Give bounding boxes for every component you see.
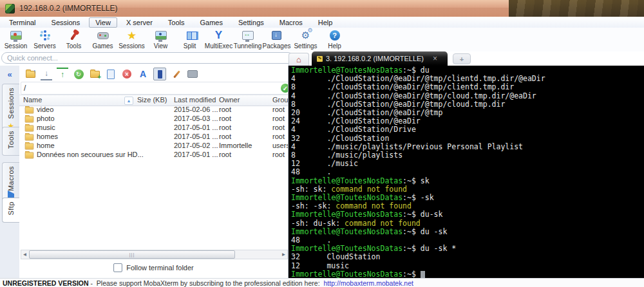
column-header-name[interactable]: Name [23,96,42,104]
table-row[interactable]: music2017-05-01 ...rootroot [19,124,288,133]
terminal-tab-bar: ⌂ 3. 192.168.0.2 (IMMORTELLE) × + [289,51,644,66]
sessions-star-icon: ★ [126,29,138,42]
file-group: root [272,133,285,140]
folder-icon [25,144,34,150]
menu-games[interactable]: Games [194,17,229,28]
toolbar-session-button[interactable]: Session [1,28,30,50]
mobatek-link[interactable]: http://mobaxterm.mobatek.net [323,279,413,287]
split-icon [184,29,196,42]
scroll-right-icon[interactable]: ► [280,251,287,258]
toolbar-label: Settings [294,42,317,50]
menu-macros[interactable]: Macros [273,17,309,28]
terminal-text: 8 ./CloudStation/@eaDir/@tmp/cloud.tmp.d… [291,100,505,109]
toolbar-label: Tools [66,42,81,50]
file-name: photo [37,115,55,122]
table-row[interactable]: Données non secourues sur HD...2017-05-0… [19,151,288,160]
menu-terminal[interactable]: Terminal [3,17,43,28]
tunneling-icon [242,29,254,42]
menu-settings[interactable]: Settings [232,17,270,28]
folder-icon [25,107,34,114]
terminal-tab-icon [317,56,323,62]
terminal-text: :~$ du-sk [402,210,442,219]
connect-and-tabs-row: ⌂ 3. 192.168.0.2 (IMMORTELLE) × + [0,51,644,66]
new-tab-button[interactable]: + [453,53,471,64]
hidden-files-toggle-icon[interactable] [153,68,166,80]
download-icon[interactable]: ↓ [41,68,52,80]
terminal-text: :~$ [402,270,421,278]
follow-terminal-checkbox[interactable] [113,263,122,272]
toolbar-games-button[interactable]: Games [88,28,117,50]
terminal-line: 12 ./music [291,160,644,168]
terminal-text: 4 ./CloudStation/@eaDir/@tmp/cloud.tmp.d… [291,91,536,100]
table-row[interactable]: video2015-02-06 ...rootroot [19,106,288,115]
delete-icon[interactable]: × [121,68,133,80]
table-row[interactable]: homes2017-05-01 ...rootroot [19,133,288,142]
terminal-text: 24 ./CloudStation/@eaDir [291,116,421,125]
rename-icon[interactable]: A [137,68,149,80]
toolbar-tunneling-button[interactable]: Tunneling [233,28,262,50]
help-icon: ? [328,29,341,42]
edit-icon[interactable] [171,68,182,80]
menu-sessions[interactable]: Sessions [45,17,87,28]
sidebar-tab-sessions[interactable]: Sessions★ [2,84,19,134]
toolbar-split-button[interactable]: Split [175,28,204,50]
tab-close-icon[interactable]: × [433,55,437,62]
toolbar-sessions-button[interactable]: ★Sessions [117,28,146,50]
sidebar-tab-tools[interactable]: Tools [2,127,19,156]
toolbar-packages-button[interactable]: Packages [262,28,291,50]
sftp-path-bar[interactable]: / ✓ [21,82,293,95]
toolbar-multiexec-button[interactable]: YMultiExec [204,28,233,50]
terminal-text: 8 ./music/playlists [291,151,402,160]
menu-help[interactable]: Help [312,17,339,28]
terminal-tab-label: 3. 192.168.0.2 (IMMORTELLE) [326,55,424,62]
file-group: users [272,142,290,149]
scrollbar-thumb[interactable]: ||| [29,250,235,259]
new-folder-icon[interactable]: + [89,68,100,80]
sftp-toolbar: ↑↓↑↻+×A [19,67,293,81]
menu-x-server[interactable]: X server [120,17,159,28]
sftp-panel: ↑↓↑↻+×A / ✓ Name ▲ Size (KB) Last modifi… [19,66,288,278]
collapse-sidebar-button[interactable]: « [0,69,19,79]
terminal-text: 20 ./CloudStation/@eaDir/@tmp [291,108,442,117]
column-header-modified[interactable]: Last modified [174,96,216,104]
toolbar-settings-button[interactable]: ⚙Settings [291,28,320,50]
refresh-icon[interactable]: ↻ [73,68,84,80]
quick-connect-input[interactable] [1,52,294,64]
sort-ascending-icon[interactable]: ▲ [124,97,133,105]
terminal-text: 12 music [291,261,349,270]
terminal-text: 4 ./CloudStation/Drive [291,125,416,134]
terminal-output[interactable]: Immortelle@ToutesNosDatas:~$ du4 ./Cloud… [289,66,644,278]
parent-folder-icon[interactable]: ↑ [24,68,36,80]
horizontal-scrollbar[interactable]: ◄ ||| ► [21,250,288,259]
terminal-text: :~$ du -sk [402,227,447,236]
upload-icon[interactable]: ↑ [57,68,68,80]
menu-tools[interactable]: Tools [162,17,191,28]
sidebar-tab-sftp[interactable]: Sftp [2,198,19,223]
toolbar-label: MultiExec [205,42,232,50]
column-header-owner[interactable]: Owner [219,96,240,104]
toolbar-help-button[interactable]: ?Help [320,28,349,50]
sftp-current-path[interactable]: / [24,84,281,93]
terminal-line: Immortelle@ToutesNosDatas:~$ [291,270,644,278]
terminal-text: Immortelle@ToutesNosDatas [291,66,402,75]
file-name: video [37,106,53,113]
toolbar-tools-button[interactable]: Tools [59,28,88,50]
terminal-text: 4 ./CloudStation/@eaDir/@tmp/clientd.tmp… [291,74,545,83]
table-row[interactable]: home2017-05-02 ...Immortelleusers [19,142,288,151]
scroll-left-icon[interactable]: ◄ [21,251,28,258]
terminal-text: 12 ./music [291,159,358,168]
table-row[interactable]: photo2017-05-03 ...rootroot [19,115,288,124]
toolbar-servers-button[interactable]: Servers [30,28,59,50]
toolbar-view-button[interactable]: View [146,28,175,50]
menu-view[interactable]: View [89,17,117,28]
home-tab[interactable]: ⌂ [289,53,309,66]
active-terminal-tab[interactable]: 3. 192.168.0.2 (IMMORTELLE) × [312,51,448,66]
terminal-sync-icon[interactable] [187,68,198,80]
tools-icon [68,29,80,42]
window-titlebar[interactable]: 192.168.0.2 (IMMORTELLE) [0,0,509,17]
file-modified: 2017-05-02 ... [174,142,218,149]
new-file-icon[interactable] [105,68,117,80]
column-header-size[interactable]: Size (KB) [137,96,167,104]
toolbar-label: Session [5,42,28,50]
main-toolbar: SessionServersToolsGames★SessionsViewSpl… [0,28,644,52]
